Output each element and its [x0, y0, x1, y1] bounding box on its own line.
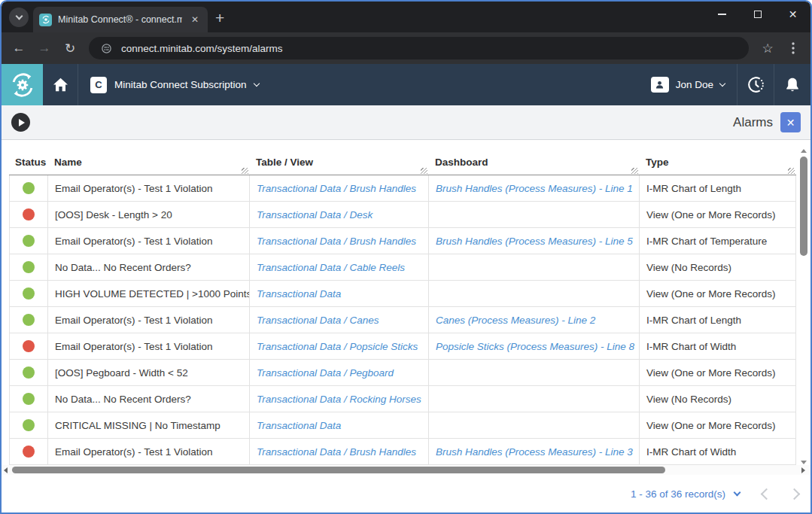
browser-menu-button[interactable]	[782, 37, 804, 59]
alarms-panel: Status Name Table / View Dashboard Type …	[2, 140, 810, 512]
table-view-link[interactable]: Transactional Data / Canes	[250, 307, 429, 333]
table-view-link[interactable]: Transactional Data / Cable Reels	[250, 254, 429, 281]
bookmark-star-icon[interactable]: ☆	[756, 37, 779, 59]
forward-button[interactable]: →	[33, 37, 56, 59]
url-text: connect.minitab.com/system/alarms	[121, 43, 283, 54]
dashboard-link[interactable]: Brush Handles (Process Measures) - Line …	[429, 228, 640, 254]
column-resize-handle[interactable]	[631, 168, 638, 174]
bell-icon	[784, 76, 801, 93]
table-row[interactable]: CRITICAL MISSING | No TimestampTransacti…	[9, 412, 796, 439]
column-header-table-view[interactable]: Table / View	[250, 157, 429, 175]
dashboard-link[interactable]	[429, 412, 640, 439]
tab-close-icon[interactable]: ✕	[188, 13, 202, 26]
column-resize-handle[interactable]	[242, 168, 248, 174]
table-view-link[interactable]: Transactional Data / Brush Handles	[250, 439, 429, 465]
tab-search-button[interactable]	[9, 8, 29, 27]
record-count-dropdown[interactable]: 1 - 36 of 36 record(s)	[631, 488, 740, 500]
column-header-dashboard[interactable]: Dashboard	[429, 157, 640, 175]
type-cell: I-MR Chart of Length	[640, 307, 796, 333]
dashboard-link[interactable]	[429, 254, 640, 281]
dashboard-link[interactable]	[429, 386, 640, 412]
name-cell: Email Operator(s) - Test 1 Violation	[48, 439, 250, 465]
horizontal-scrollbar[interactable]	[2, 465, 810, 475]
dashboard-link[interactable]: Brush Handles (Process Measures) - Line …	[429, 175, 640, 202]
table-view-link[interactable]: Transactional Data / Rocking Horses	[250, 386, 429, 412]
scroll-down-icon[interactable]	[801, 461, 807, 464]
user-menu[interactable]: Jon Doe	[639, 64, 737, 105]
alarms-table-body: Email Operator(s) - Test 1 ViolationTran…	[9, 175, 796, 465]
column-header-name[interactable]: Name	[48, 157, 250, 175]
dashboard-link[interactable]: Canes (Process Measures) - Line 2	[429, 307, 640, 333]
type-cell: View (One or More Records)	[640, 281, 796, 307]
column-header-label: Type	[646, 157, 669, 168]
new-tab-button[interactable]: +	[215, 10, 224, 26]
table-row[interactable]: No Data... No Recent Orders?Transactiona…	[9, 386, 796, 412]
previous-page-button[interactable]	[761, 488, 773, 500]
column-header-status[interactable]: Status	[9, 157, 48, 175]
column-header-label: Dashboard	[435, 157, 488, 168]
status-dot-green	[23, 287, 35, 300]
table-view-link[interactable]: Transactional Data / Desk	[250, 202, 429, 228]
dashboard-link[interactable]	[429, 281, 640, 307]
vertical-scroll-thumb[interactable]	[800, 157, 807, 256]
close-window-button[interactable]: ✕	[775, 2, 810, 27]
scroll-left-icon[interactable]	[4, 467, 8, 473]
chevron-down-icon	[15, 13, 23, 20]
subscription-badge: C	[90, 77, 107, 93]
scroll-right-icon[interactable]	[801, 467, 805, 473]
column-resize-handle[interactable]	[421, 168, 427, 174]
home-icon	[53, 78, 68, 92]
history-button[interactable]	[737, 64, 774, 105]
name-cell: Email Operator(s) - Test 1 Violation	[48, 228, 250, 254]
browser-tab[interactable]: Minitab Connect® - connect.mi ✕	[33, 7, 208, 32]
name-cell: Email Operator(s) - Test 1 Violation	[48, 307, 250, 333]
table-row[interactable]: Email Operator(s) - Test 1 ViolationTran…	[9, 333, 796, 360]
column-resize-handle[interactable]	[788, 168, 795, 174]
notifications-button[interactable]	[774, 64, 810, 105]
table-row[interactable]: Email Operator(s) - Test 1 ViolationTran…	[9, 175, 796, 202]
run-alarms-button[interactable]	[11, 113, 30, 132]
type-cell: I-MR Chart of Width	[640, 439, 796, 465]
vertical-scrollbar[interactable]	[798, 149, 810, 464]
history-clock-icon	[747, 75, 765, 94]
close-panel-button[interactable]: ✕	[780, 112, 801, 132]
column-header-label: Name	[54, 157, 82, 168]
address-bar[interactable]: connect.minitab.com/system/alarms	[89, 37, 749, 59]
minimize-button[interactable]	[704, 2, 740, 27]
subscription-selector[interactable]: C Minitab Connect Subscription	[78, 64, 271, 105]
minitab-connect-logo[interactable]	[2, 64, 43, 105]
site-info-icon[interactable]	[98, 40, 114, 56]
next-page-button[interactable]	[789, 488, 801, 500]
table-view-link[interactable]: Transactional Data / Pegboard	[250, 360, 429, 386]
panel-title: Alarms	[733, 115, 773, 130]
chevron-down-icon	[719, 80, 725, 86]
home-button[interactable]	[43, 64, 78, 105]
dashboard-link[interactable]: Brush Handles (Process Measures) - Line …	[429, 439, 640, 465]
table-row[interactable]: Email Operator(s) - Test 1 ViolationTran…	[9, 307, 796, 333]
table-header-row: Status Name Table / View Dashboard Type	[9, 140, 796, 175]
table-view-link[interactable]: Transactional Data	[250, 412, 429, 439]
table-row[interactable]: HIGH VOLUME DETECTED | >1000 PointsTrans…	[9, 281, 796, 307]
table-row[interactable]: Email Operator(s) - Test 1 ViolationTran…	[9, 228, 796, 254]
dashboard-link[interactable]: Popsicle Sticks (Process Measures) - Lin…	[429, 333, 640, 360]
table-row[interactable]: Email Operator(s) - Test 1 ViolationTran…	[9, 439, 796, 465]
back-button[interactable]: ←	[8, 37, 30, 59]
status-dot-red	[23, 446, 35, 458]
name-cell: Email Operator(s) - Test 1 Violation	[48, 175, 250, 202]
status-dot-green	[23, 182, 35, 194]
table-row[interactable]: [OOS] Desk - Length > 20Transactional Da…	[9, 202, 796, 228]
browser-window: Minitab Connect® - connect.mi ✕ + ✕ ← → …	[0, 0, 812, 514]
refresh-button[interactable]: ↻	[59, 37, 81, 59]
table-view-link[interactable]: Transactional Data / Popsicle Sticks	[250, 333, 429, 360]
table-view-link[interactable]: Transactional Data / Brush Handles	[250, 228, 429, 254]
column-header-type[interactable]: Type	[640, 157, 796, 175]
table-view-link[interactable]: Transactional Data	[250, 281, 429, 307]
horizontal-scroll-thumb[interactable]	[12, 467, 665, 473]
scroll-up-icon[interactable]	[801, 149, 807, 153]
maximize-button[interactable]	[740, 2, 775, 27]
table-view-link[interactable]: Transactional Data / Brush Handles	[250, 175, 429, 202]
dashboard-link[interactable]	[429, 360, 640, 386]
table-row[interactable]: [OOS] Pegboard - Width < 52Transactional…	[9, 360, 796, 386]
dashboard-link[interactable]	[429, 202, 640, 228]
table-row[interactable]: No Data... No Recent Orders?Transactiona…	[9, 254, 796, 281]
